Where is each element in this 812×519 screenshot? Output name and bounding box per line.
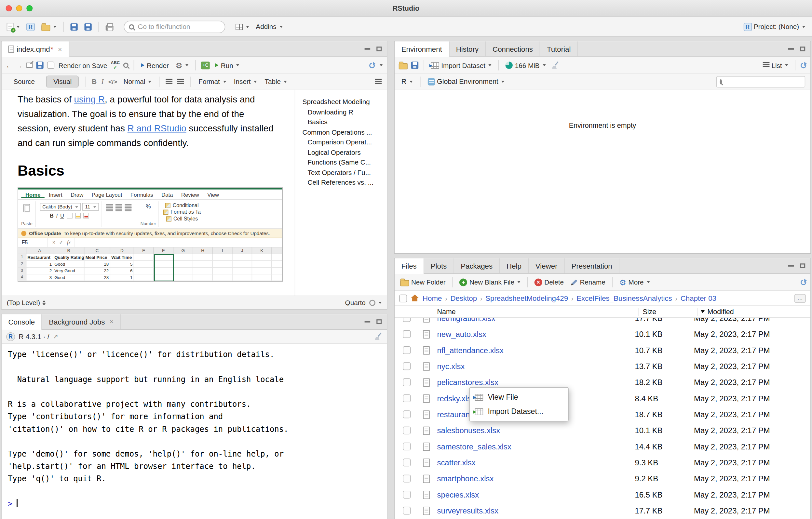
document-content[interactable]: The basics of using R, a powerful tool f…	[2, 89, 295, 296]
list-view-button[interactable]: List	[761, 60, 790, 70]
render-on-save-checkbox[interactable]	[47, 61, 54, 69]
file-link[interactable]: smartphone.xlsx	[437, 474, 635, 483]
italic-button[interactable]: I	[102, 78, 104, 86]
tab-viewer[interactable]: Viewer	[529, 258, 565, 273]
forward-icon[interactable]: →	[16, 61, 23, 69]
document-type-label[interactable]: Quarto	[345, 299, 366, 306]
bullet-list-icon[interactable]	[166, 79, 173, 80]
import-dataset-button[interactable]: Import Dataset	[429, 60, 493, 70]
maximize-pane-button[interactable]	[800, 47, 805, 51]
find-icon[interactable]	[123, 63, 128, 68]
file-link[interactable]: nfl_attendance.xlsx	[437, 346, 635, 355]
maximize-pane-button[interactable]	[376, 47, 382, 51]
file-checkbox[interactable]	[403, 491, 411, 498]
source-mode-toggle[interactable]: Source	[7, 76, 41, 87]
heading-basics[interactable]: Basics	[18, 162, 287, 179]
select-all-checkbox[interactable]	[399, 294, 407, 302]
breadcrumb-link[interactable]: ExcelFiles_BusinessAnalytics	[577, 294, 672, 302]
new-project-button[interactable]	[25, 21, 36, 32]
new-blank-file-button[interactable]: New Blank File	[458, 277, 522, 287]
save-workspace-icon[interactable]	[411, 61, 418, 69]
file-link[interactable]: species.xlsx	[437, 490, 635, 499]
file-checkbox[interactable]	[403, 330, 411, 338]
minimize-pane-button[interactable]	[365, 48, 371, 50]
run-button[interactable]: Run	[213, 60, 241, 70]
code-button[interactable]	[108, 78, 117, 85]
outline-item[interactable]: Basics	[295, 117, 386, 127]
file-checkbox[interactable]	[403, 410, 411, 418]
spellcheck-icon[interactable]	[111, 61, 120, 69]
file-checkbox[interactable]	[403, 394, 411, 402]
file-link[interactable]: scatter.xlsx	[437, 458, 635, 467]
file-link[interactable]: samestore_sales.xlsx	[437, 442, 635, 451]
print-button[interactable]	[104, 22, 115, 32]
rerun-icon[interactable]	[368, 61, 376, 69]
doc-link[interactable]: using R	[74, 94, 105, 105]
paragraph[interactable]: The basics of using R, a powerful tool f…	[18, 92, 277, 150]
paragraph-style-dropdown[interactable]: Normal	[122, 76, 153, 87]
language-selector[interactable]: R	[400, 76, 414, 87]
file-checkbox[interactable]	[403, 318, 411, 322]
rename-button[interactable]: Rename	[569, 277, 607, 287]
file-link[interactable]: nyc.xlsx	[437, 362, 635, 371]
close-tab-icon[interactable]	[58, 45, 62, 53]
delete-button[interactable]: Delete	[533, 277, 566, 287]
outline-item[interactable]: Cell References vs. ...	[295, 178, 386, 188]
file-checkbox[interactable]	[403, 442, 411, 450]
bold-button[interactable]: B	[92, 78, 97, 86]
numbered-list-icon[interactable]	[177, 79, 184, 80]
file-link[interactable]: salesbonuses.xlsx	[437, 426, 635, 435]
breadcrumb-link[interactable]: SpreadsheetModeling429	[485, 294, 568, 302]
doc-link[interactable]: R and RStudio	[127, 123, 186, 134]
menu-item-import-dataset[interactable]: Import Dataset...	[470, 404, 568, 419]
environment-search-input[interactable]	[725, 78, 806, 85]
file-checkbox[interactable]	[403, 427, 411, 434]
column-header-modified[interactable]: Modified	[697, 308, 811, 315]
table-menu[interactable]: Table	[263, 76, 289, 87]
visual-mode-toggle[interactable]: Visual	[46, 75, 79, 88]
outline-toggle-icon[interactable]	[375, 79, 382, 80]
save-all-button[interactable]	[83, 22, 93, 32]
render-options-button[interactable]	[174, 60, 190, 70]
tab-plots[interactable]: Plots	[424, 258, 454, 273]
new-folder-button[interactable]: New Folder	[399, 276, 447, 288]
memory-usage-button[interactable]: 166 MiB	[504, 60, 547, 70]
file-link[interactable]: surveyresults.xlsx	[437, 506, 635, 515]
menu-item-view-file[interactable]: View File	[470, 390, 568, 404]
outline-item[interactable]: Common Operations ...	[295, 127, 386, 137]
tab-packages[interactable]: Packages	[454, 258, 500, 273]
minimize-button[interactable]	[16, 5, 22, 11]
breadcrumb-link[interactable]: Chapter 03	[680, 294, 716, 302]
file-checkbox[interactable]	[403, 362, 411, 370]
clear-environment-icon[interactable]	[551, 61, 559, 69]
r-version-label[interactable]: R 4.3.1 · /	[19, 333, 49, 340]
environment-scope-selector[interactable]: Global Environment	[426, 76, 506, 87]
panes-layout-button[interactable]	[234, 22, 251, 32]
tab-tutorial[interactable]: Tutorial	[540, 41, 578, 56]
location-stepper-icon[interactable]	[42, 300, 46, 305]
open-in-new-window-icon[interactable]	[26, 63, 32, 68]
file-link[interactable]: new_auto.xlsx	[437, 330, 635, 338]
breadcrumb-more-button[interactable]: ...	[794, 294, 806, 302]
open-directory-icon[interactable]	[53, 333, 58, 340]
file-checkbox[interactable]	[403, 507, 411, 514]
render-button[interactable]: Render	[140, 60, 171, 70]
save-button[interactable]	[69, 22, 79, 32]
file-checkbox[interactable]	[403, 475, 411, 483]
project-menu-button[interactable]: Project: (None)	[742, 21, 807, 32]
breadcrumb-link[interactable]: Desktop	[450, 294, 477, 302]
save-document-icon[interactable]	[36, 61, 43, 69]
new-file-button[interactable]	[5, 21, 21, 32]
tab-environment[interactable]: Environment	[395, 41, 449, 57]
insert-chunk-icon[interactable]	[201, 61, 210, 69]
tab-background-jobs[interactable]: Background Jobs	[42, 314, 121, 329]
tab-index-qmd[interactable]: index.qmd*	[2, 41, 69, 57]
outline-item[interactable]: Spreadsheet Modeling	[295, 97, 386, 107]
zoom-button[interactable]	[26, 5, 32, 11]
insert-menu[interactable]: Insert	[232, 76, 258, 87]
clear-console-icon[interactable]	[374, 332, 382, 340]
column-header-name[interactable]: Name	[437, 308, 642, 315]
outline-item[interactable]: Text Operators / Fu...	[295, 167, 386, 178]
file-checkbox[interactable]	[403, 378, 411, 386]
breadcrumb-link[interactable]: Home	[423, 294, 442, 302]
